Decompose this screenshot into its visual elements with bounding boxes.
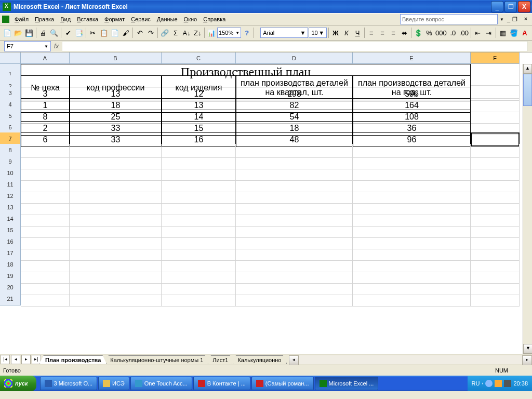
underline-icon[interactable]: Ч: [352, 26, 363, 39]
column-header-E[interactable]: E: [353, 52, 471, 64]
bold-icon[interactable]: Ж: [330, 26, 341, 39]
indent-inc-icon[interactable]: ⇥: [484, 26, 494, 39]
sheet-tab[interactable]: Лист1: [207, 355, 234, 364]
cell-D21[interactable]: [236, 292, 353, 307]
cell-E21[interactable]: [353, 292, 471, 307]
new-icon[interactable]: 📄: [2, 26, 12, 39]
name-box[interactable]: F7▼: [4, 41, 51, 51]
maximize-button[interactable]: ❐: [504, 1, 517, 12]
tab-nav-first-icon[interactable]: |◂: [1, 355, 10, 364]
open-icon[interactable]: 📂: [13, 26, 23, 39]
column-header-F[interactable]: F: [471, 52, 520, 64]
sort-desc-icon[interactable]: Z↓: [192, 26, 203, 39]
sheet-tab-active[interactable]: План производства: [39, 355, 107, 364]
menu-dropdown-icon[interactable]: ▼: [500, 17, 504, 22]
font-name-select[interactable]: Arial▼: [260, 28, 308, 38]
align-center-icon[interactable]: ≡: [377, 26, 388, 39]
sort-asc-icon[interactable]: A↓: [181, 26, 192, 39]
tab-nav-last-icon[interactable]: ▸|: [32, 355, 41, 364]
taskbar-item[interactable]: (Самый роман...: [251, 377, 314, 390]
cell-B21[interactable]: [70, 292, 162, 307]
horizontal-scrollbar[interactable]: ◂ ▸: [289, 355, 532, 364]
cell-F21[interactable]: [471, 292, 520, 307]
taskbar-item[interactable]: В Контакте | ...: [193, 377, 250, 390]
currency-icon[interactable]: 💲: [413, 26, 423, 39]
help-icon[interactable]: ?: [242, 26, 252, 39]
language-indicator[interactable]: RU: [472, 380, 480, 387]
undo-icon[interactable]: ↶: [135, 26, 145, 39]
zoom-select[interactable]: 150%▼: [217, 28, 241, 38]
scroll-thumb[interactable]: [523, 74, 532, 106]
menu-edit[interactable]: Правка: [32, 15, 57, 23]
print-icon[interactable]: 🖨: [38, 26, 48, 39]
preview-icon[interactable]: 🔍: [49, 26, 59, 39]
menu-file[interactable]: Файл: [11, 15, 32, 23]
column-header-A[interactable]: A: [21, 52, 70, 64]
column-header-D[interactable]: D: [236, 52, 353, 64]
doc-close-button[interactable]: ×: [522, 16, 530, 23]
tray-expand-icon[interactable]: ‹: [482, 381, 483, 386]
hyperlink-icon[interactable]: 🔗: [159, 26, 170, 39]
menu-tools[interactable]: Сервис: [128, 15, 154, 23]
menu-help[interactable]: Справка: [200, 15, 229, 23]
tab-nav-prev-icon[interactable]: ◂: [11, 355, 20, 364]
merge-icon[interactable]: ⬌: [399, 26, 409, 39]
dec-dec-icon[interactable]: .00: [459, 26, 469, 39]
comma-icon[interactable]: 000: [435, 26, 447, 39]
menu-format[interactable]: Формат: [101, 15, 128, 23]
taskbar-item[interactable]: 3 Microsoft O...: [40, 377, 98, 390]
format-painter-icon[interactable]: 🖌: [121, 26, 131, 39]
menu-data[interactable]: Данные: [154, 15, 181, 23]
scroll-right-icon[interactable]: ▸: [522, 355, 532, 365]
menu-insert[interactable]: Вставка: [74, 15, 101, 23]
indent-dec-icon[interactable]: ⇤: [473, 26, 483, 39]
help-search-input[interactable]: [400, 14, 498, 24]
sheet-tab[interactable]: Калькуляционно-штучные нормы 1: [104, 355, 209, 364]
font-color-icon[interactable]: A: [520, 26, 530, 39]
menu-view[interactable]: Вид: [57, 15, 74, 23]
fill-color-icon[interactable]: 🪣: [509, 26, 519, 39]
percent-icon[interactable]: %: [424, 26, 434, 39]
menu-window[interactable]: Окно: [181, 15, 201, 23]
formula-bar[interactable]: [62, 41, 528, 51]
tray-icon[interactable]: [495, 380, 502, 387]
scroll-down-icon[interactable]: ▼: [523, 344, 532, 354]
column-header-C[interactable]: C: [162, 52, 236, 64]
taskbar-item-active[interactable]: Microsoft Excel ...: [315, 377, 379, 390]
sheet-tab[interactable]: Калькуляционно: [232, 355, 287, 364]
doc-restore[interactable]: ❐: [512, 16, 517, 23]
start-button[interactable]: пуск: [0, 376, 36, 391]
align-left-icon[interactable]: ≡: [366, 26, 377, 39]
dec-inc-icon[interactable]: .0: [448, 26, 458, 39]
cell-grid[interactable]: ABCDEF1Производственный план2№ цехакод п…: [0, 52, 532, 304]
copy-icon[interactable]: 📋: [99, 26, 109, 39]
borders-icon[interactable]: ▦: [498, 26, 508, 39]
italic-icon[interactable]: К: [341, 26, 352, 39]
font-size-select[interactable]: 10▼: [309, 28, 327, 38]
scroll-left-icon[interactable]: ◂: [289, 355, 299, 365]
doc-minimize[interactable]: _: [507, 16, 510, 22]
taskbar-item[interactable]: One Touch Acc...: [130, 377, 192, 390]
spell-icon[interactable]: ✔: [63, 26, 73, 39]
autosum-icon[interactable]: Σ: [170, 26, 181, 39]
clock[interactable]: 20:38: [513, 380, 528, 387]
chart-icon[interactable]: 📊: [206, 26, 217, 39]
tray-icon[interactable]: [504, 380, 511, 387]
tray-icon[interactable]: [485, 380, 493, 387]
save-icon[interactable]: 💾: [24, 26, 34, 39]
cell-C21[interactable]: [162, 292, 236, 307]
close-button[interactable]: X: [518, 1, 530, 12]
paste-icon[interactable]: 📄: [110, 26, 120, 39]
select-all-button[interactable]: [0, 52, 21, 64]
system-tray[interactable]: RU ‹ 20:38: [468, 376, 532, 391]
research-icon[interactable]: 📑: [74, 26, 84, 39]
fx-icon[interactable]: fx: [54, 43, 59, 50]
vertical-scrollbar[interactable]: ▲ ▼: [523, 64, 532, 354]
cut-icon[interactable]: ✂: [88, 26, 98, 39]
scroll-up-icon[interactable]: ▲: [523, 64, 532, 74]
cell-A21[interactable]: [21, 292, 70, 307]
align-right-icon[interactable]: ≡: [388, 26, 398, 39]
row-header-21[interactable]: 21: [0, 292, 21, 305]
minimize-button[interactable]: _: [491, 1, 503, 12]
column-header-B[interactable]: B: [70, 52, 162, 64]
